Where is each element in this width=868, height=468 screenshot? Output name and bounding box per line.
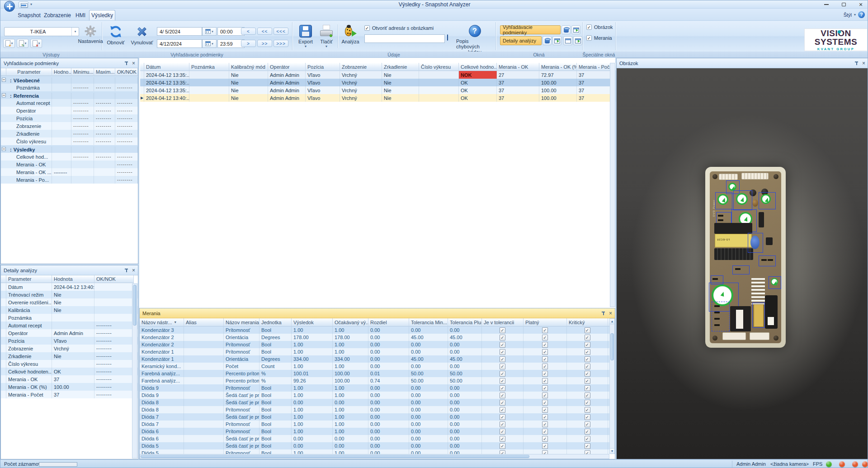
col-cislo-vykresu[interactable]: Číslo výkresu <box>419 63 459 71</box>
detail-row[interactable]: Automat recept -------- <box>1 321 138 329</box>
checkbox-checked[interactable]: ✓ <box>542 342 548 348</box>
date-from-field[interactable]: 4/ 5/2024 <box>157 27 202 36</box>
col-hodnota[interactable]: Hodno... <box>52 68 71 76</box>
measurement-row[interactable]: Farebná analýz... Percento prítom... % 9… <box>140 377 609 384</box>
checkbox-checked[interactable]: ✓ <box>542 414 548 420</box>
checkbox-checked[interactable]: ✓ <box>542 327 548 333</box>
measurement-row[interactable]: Kondenzátor 2 Orientácia Degrees 178.00 … <box>140 334 609 341</box>
checkbox-checked[interactable]: ✓ <box>542 407 548 413</box>
checkbox-checked[interactable]: ✓ <box>585 385 590 391</box>
open-image-dir-checkbox[interactable]: ✓ Otvoriť adresár s obrázkami <box>364 25 434 31</box>
detail-row[interactable]: Pozícia Vľavo -------- <box>1 337 138 345</box>
checkbox-checked[interactable]: ✓ <box>542 385 548 391</box>
checkbox-checked[interactable]: ✓ <box>585 371 590 377</box>
measurement-row[interactable]: Kondenzátor 2 Prítomnosť Bool 1.00 1.00 … <box>140 341 609 348</box>
date-from-calendar-button[interactable]: ▾ <box>202 27 217 36</box>
date-to-calendar-button[interactable]: ▾ <box>202 39 217 48</box>
app-menu-button[interactable] <box>4 1 15 12</box>
recipe-combobox[interactable]: T-IKEA ▾ <box>4 27 79 36</box>
checkbox-checked[interactable]: ✓ <box>585 342 590 348</box>
time-from-field[interactable]: 00:00 <box>217 27 245 36</box>
checkbox-checked[interactable]: ✓ <box>500 429 505 435</box>
collapse-icon[interactable] <box>2 93 6 97</box>
close-icon[interactable]: × <box>132 268 135 273</box>
checkbox-checked[interactable]: ✓ <box>500 342 505 348</box>
checkbox-checked[interactable]: ✓ <box>500 349 505 355</box>
col-oknok[interactable]: OK/NOK <box>94 275 134 283</box>
details-window-float-button[interactable] <box>573 36 582 45</box>
maximize-button[interactable] <box>839 1 849 8</box>
minimize-button[interactable] <box>821 1 831 8</box>
col-minimum[interactable]: Minimu... <box>71 68 94 76</box>
collapse-icon[interactable] <box>2 78 6 82</box>
style-selector[interactable]: Štýl ▾ ? <box>844 11 865 18</box>
search-condition-row[interactable]: : Operátor -------- -------- -------- <box>1 107 138 114</box>
col-jednotka[interactable]: Jednotka <box>259 318 292 326</box>
export-button[interactable]: Export ▼ <box>295 23 316 48</box>
col-alias[interactable]: Alias <box>184 318 224 326</box>
checkbox-checked[interactable]: ✓ <box>585 436 590 442</box>
col-poznamka[interactable]: Poznámka <box>189 63 229 71</box>
checkbox-checked[interactable]: ✓ <box>542 349 548 355</box>
detail-row[interactable]: Celkové hodnoten... OK -------- <box>1 368 138 375</box>
col-nazov-nastroja[interactable]: Názov nástr... ▼ <box>140 318 184 326</box>
new-record-button[interactable]: + ▾ <box>3 39 15 48</box>
checkbox-checked[interactable]: ✓ <box>500 392 505 398</box>
measurement-row[interactable]: Farebná analýz... Percento prítom... % 1… <box>140 370 609 377</box>
checkbox-checked[interactable]: ✓ <box>542 371 548 377</box>
checkbox-checked[interactable]: ✓ <box>585 421 590 427</box>
col-merania-ok-pct[interactable]: Merania - OK (%) <box>539 63 577 71</box>
quick-access-caret-icon[interactable]: ▾ <box>30 2 32 6</box>
image-dir-input[interactable] <box>364 34 445 43</box>
detail-row[interactable]: Zrkadlenie Nie -------- <box>1 352 138 360</box>
checkbox-checked[interactable]: ✓ <box>585 392 590 398</box>
col-zrkadlenie[interactable]: Zrkadlenie <box>382 63 419 71</box>
search-condition-row[interactable]: : Pozícia -------- -------- -------- <box>1 114 138 122</box>
col-operator[interactable]: Operátor <box>268 63 306 71</box>
detail-row[interactable]: Merania - OK 37 -------- <box>1 375 138 383</box>
search-panel-data-button[interactable] <box>561 25 571 34</box>
measurement-row[interactable]: Kondenzátor 1 Prítomnosť Bool 1.00 1.00 … <box>140 348 609 355</box>
checkbox-checked[interactable]: ✓ <box>585 335 590 340</box>
checkbox-checked[interactable]: ✓ <box>542 400 548 406</box>
measurement-row[interactable]: Dióda 7 Prítomnosť Bool 1.00 1.00 0.00 0… <box>140 421 609 428</box>
checkbox-checked[interactable]: ✓ <box>585 378 590 384</box>
detail-row[interactable]: Zobrazenie Vrchný -------- <box>1 345 138 352</box>
col-je-v-tolerancii[interactable]: Je v tolerancii <box>482 318 524 326</box>
checkbox-checked[interactable]: ✓ <box>500 436 505 442</box>
nav-first-button[interactable]: <<< <box>274 28 288 35</box>
detail-row[interactable]: Merania - OK (%) 100.00 -------- <box>1 383 138 391</box>
tab-hmi[interactable]: HMI <box>72 10 89 20</box>
col-datum[interactable]: Dátum <box>144 63 189 71</box>
checkbox-checked[interactable]: ✓ <box>500 371 505 377</box>
search-condition-row[interactable]: : Všeobecné <box>1 76 138 84</box>
checkbox-checked[interactable]: ✓ <box>542 436 548 442</box>
tab-snapshot[interactable]: Snapshot <box>16 10 42 20</box>
close-icon[interactable]: × <box>609 311 612 316</box>
checkbox-checked[interactable]: ✓ <box>500 385 505 391</box>
search-condition-row[interactable]: : Automat recept -------- -------- -----… <box>1 99 138 107</box>
checkbox-checked[interactable]: ✓ <box>542 378 548 384</box>
col-ocakavany[interactable]: Očakávaný vý... <box>333 318 368 326</box>
toggle-search-panel-button[interactable]: Vyhľadávacie podmienky <box>500 25 561 34</box>
nav-prev-button[interactable]: < <box>241 28 256 35</box>
checkbox-checked[interactable]: ✓ <box>585 327 590 333</box>
measurement-row[interactable]: Dióda 8 Šedá časť je pri... Bool 0.00 0.… <box>140 399 609 406</box>
reset-button[interactable]: Vynulovať <box>129 23 155 45</box>
result-row[interactable]: ▶ 2024-04-12 13:35:... Nie Admin Admin V… <box>140 71 610 79</box>
search-condition-row[interactable]: : Číslo výkresu -------- -------- ------… <box>1 137 138 145</box>
checkbox-checked[interactable]: ✓ <box>500 407 505 413</box>
col-merania-ok[interactable]: Merania - OK <box>497 63 539 71</box>
measurements-vscrollbar[interactable]: ▲ ▼ <box>609 318 615 454</box>
show-measurements-checkbox[interactable]: ✓ Merania <box>586 35 612 41</box>
col-maximum[interactable]: Maxim... <box>94 68 115 76</box>
measurement-row[interactable]: Dióda 6 Šedá časť je pri... Bool 0.00 0.… <box>140 435 609 442</box>
checkbox-checked[interactable]: ✓ <box>542 335 548 340</box>
result-row[interactable]: ▶ 2024-04-12 13:35:... Nie Admin Admin V… <box>140 86 610 94</box>
checkbox-checked[interactable]: ✓ <box>585 414 590 420</box>
col-rozdiel[interactable]: Rozdiel <box>368 318 409 326</box>
results-scrollbar[interactable] <box>610 63 615 307</box>
close-button[interactable]: × <box>856 1 866 8</box>
checkbox-checked[interactable]: ✓ <box>500 400 505 406</box>
measurement-row[interactable]: Dióda 7 Šedá časť je pri... Bool 1.00 1.… <box>140 413 609 421</box>
